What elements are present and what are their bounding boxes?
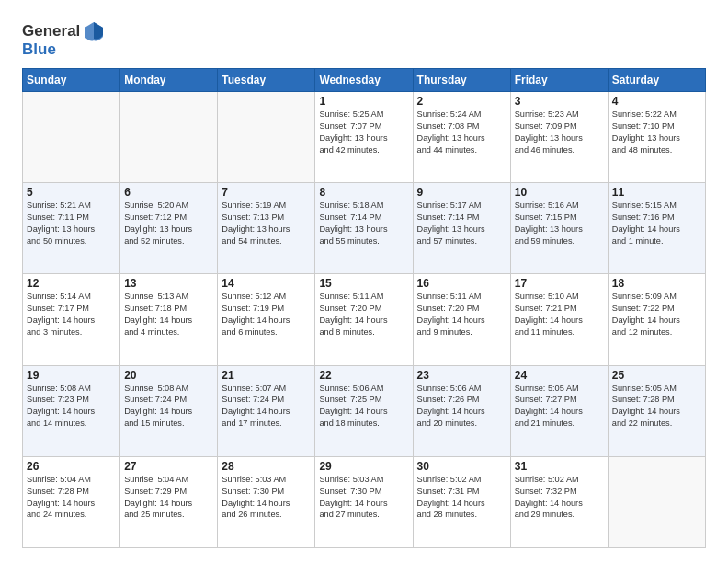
calendar-cell: 2Sunrise: 5:24 AMSunset: 7:08 PMDaylight…: [413, 92, 510, 183]
day-number: 20: [124, 369, 213, 382]
day-number: 10: [515, 186, 604, 199]
calendar-cell: 29Sunrise: 5:03 AMSunset: 7:30 PMDayligh…: [315, 456, 413, 547]
calendar-cell: 24Sunrise: 5:05 AMSunset: 7:27 PMDayligh…: [510, 365, 608, 456]
day-info: Sunrise: 5:12 AMSunset: 7:19 PMDaylight:…: [222, 291, 311, 339]
day-info: Sunrise: 5:19 AMSunset: 7:13 PMDaylight:…: [222, 200, 311, 247]
logo-blue: Blue: [22, 40, 56, 59]
day-info: Sunrise: 5:04 AMSunset: 7:28 PMDaylight:…: [27, 474, 116, 522]
calendar-cell: 21Sunrise: 5:07 AMSunset: 7:24 PMDayligh…: [218, 365, 315, 456]
day-number: 9: [417, 186, 506, 199]
calendar-cell: 31Sunrise: 5:02 AMSunset: 7:32 PMDayligh…: [510, 456, 608, 547]
day-number: 14: [222, 277, 311, 290]
day-info: Sunrise: 5:06 AMSunset: 7:26 PMDaylight:…: [417, 383, 506, 431]
day-info: Sunrise: 5:03 AMSunset: 7:30 PMDaylight:…: [222, 474, 311, 522]
day-number: 24: [515, 369, 604, 382]
day-number: 27: [124, 460, 213, 473]
day-number: 25: [612, 369, 701, 382]
day-number: 18: [612, 277, 701, 290]
day-number: 13: [124, 277, 213, 290]
calendar-cell: 6Sunrise: 5:20 AMSunset: 7:12 PMDaylight…: [120, 183, 218, 274]
day-info: Sunrise: 5:03 AMSunset: 7:30 PMDaylight:…: [319, 474, 408, 522]
day-number: 12: [27, 277, 116, 290]
calendar-cell: 27Sunrise: 5:04 AMSunset: 7:29 PMDayligh…: [120, 456, 218, 547]
day-info: Sunrise: 5:14 AMSunset: 7:17 PMDaylight:…: [27, 291, 116, 339]
calendar-week-row: 1Sunrise: 5:25 AMSunset: 7:07 PMDaylight…: [23, 92, 706, 183]
day-number: 5: [27, 186, 116, 199]
day-number: 16: [417, 277, 506, 290]
day-number: 2: [417, 95, 506, 108]
calendar-cell: [218, 92, 315, 183]
calendar-cell: 25Sunrise: 5:05 AMSunset: 7:28 PMDayligh…: [608, 365, 705, 456]
day-number: 19: [27, 369, 116, 382]
calendar-cell: 19Sunrise: 5:08 AMSunset: 7:23 PMDayligh…: [23, 365, 120, 456]
day-info: Sunrise: 5:16 AMSunset: 7:15 PMDaylight:…: [515, 200, 604, 247]
day-info: Sunrise: 5:02 AMSunset: 7:32 PMDaylight:…: [515, 474, 604, 522]
day-info: Sunrise: 5:07 AMSunset: 7:24 PMDaylight:…: [222, 383, 311, 431]
day-info: Sunrise: 5:06 AMSunset: 7:25 PMDaylight:…: [319, 383, 408, 431]
day-number: 23: [417, 369, 506, 382]
logo-general: General: [22, 22, 80, 40]
day-number: 15: [319, 277, 408, 290]
day-info: Sunrise: 5:18 AMSunset: 7:14 PMDaylight:…: [319, 200, 408, 247]
calendar-cell: 12Sunrise: 5:14 AMSunset: 7:17 PMDayligh…: [23, 274, 120, 365]
calendar-cell: 5Sunrise: 5:21 AMSunset: 7:11 PMDaylight…: [23, 183, 120, 274]
calendar-cell: 7Sunrise: 5:19 AMSunset: 7:13 PMDaylight…: [218, 183, 315, 274]
day-number: 26: [27, 460, 116, 473]
calendar-cell: 13Sunrise: 5:13 AMSunset: 7:18 PMDayligh…: [120, 274, 218, 365]
calendar-cell: 9Sunrise: 5:17 AMSunset: 7:14 PMDaylight…: [413, 183, 510, 274]
day-info: Sunrise: 5:08 AMSunset: 7:23 PMDaylight:…: [27, 383, 116, 431]
day-info: Sunrise: 5:09 AMSunset: 7:22 PMDaylight:…: [612, 291, 701, 339]
calendar-week-row: 12Sunrise: 5:14 AMSunset: 7:17 PMDayligh…: [23, 274, 706, 365]
day-number: 3: [515, 95, 604, 108]
calendar-cell: 23Sunrise: 5:06 AMSunset: 7:26 PMDayligh…: [413, 365, 510, 456]
calendar-cell: 22Sunrise: 5:06 AMSunset: 7:25 PMDayligh…: [315, 365, 413, 456]
day-number: 11: [612, 186, 701, 199]
calendar-cell: [608, 456, 705, 547]
day-number: 17: [515, 277, 604, 290]
day-number: 8: [319, 186, 408, 199]
day-info: Sunrise: 5:11 AMSunset: 7:20 PMDaylight:…: [417, 291, 506, 339]
day-info: Sunrise: 5:21 AMSunset: 7:11 PMDaylight:…: [27, 200, 116, 247]
col-header-monday: Monday: [120, 69, 218, 92]
col-header-friday: Friday: [510, 69, 608, 92]
calendar-header-row: SundayMondayTuesdayWednesdayThursdayFrid…: [23, 69, 706, 92]
day-number: 21: [222, 369, 311, 382]
calendar-cell: 16Sunrise: 5:11 AMSunset: 7:20 PMDayligh…: [413, 274, 510, 365]
day-number: 7: [222, 186, 311, 199]
calendar-cell: 15Sunrise: 5:11 AMSunset: 7:20 PMDayligh…: [315, 274, 413, 365]
logo-icon: [81, 18, 107, 44]
calendar-cell: 1Sunrise: 5:25 AMSunset: 7:07 PMDaylight…: [315, 92, 413, 183]
col-header-thursday: Thursday: [413, 69, 510, 92]
col-header-saturday: Saturday: [608, 69, 705, 92]
day-info: Sunrise: 5:08 AMSunset: 7:24 PMDaylight:…: [124, 383, 213, 431]
day-info: Sunrise: 5:25 AMSunset: 7:07 PMDaylight:…: [319, 109, 408, 156]
calendar-table: SundayMondayTuesdayWednesdayThursdayFrid…: [22, 68, 706, 548]
col-header-sunday: Sunday: [23, 69, 120, 92]
day-info: Sunrise: 5:10 AMSunset: 7:21 PMDaylight:…: [515, 291, 604, 339]
day-info: Sunrise: 5:05 AMSunset: 7:27 PMDaylight:…: [515, 383, 604, 431]
day-number: 29: [319, 460, 408, 473]
calendar-cell: 30Sunrise: 5:02 AMSunset: 7:31 PMDayligh…: [413, 456, 510, 547]
day-number: 6: [124, 186, 213, 199]
calendar-week-row: 19Sunrise: 5:08 AMSunset: 7:23 PMDayligh…: [23, 365, 706, 456]
logo: General Blue: [22, 18, 108, 59]
day-number: 22: [319, 369, 408, 382]
calendar-cell: 20Sunrise: 5:08 AMSunset: 7:24 PMDayligh…: [120, 365, 218, 456]
calendar-cell: [23, 92, 120, 183]
day-info: Sunrise: 5:04 AMSunset: 7:29 PMDaylight:…: [124, 474, 213, 522]
calendar-cell: 10Sunrise: 5:16 AMSunset: 7:15 PMDayligh…: [510, 183, 608, 274]
day-info: Sunrise: 5:13 AMSunset: 7:18 PMDaylight:…: [124, 291, 213, 339]
day-number: 4: [612, 95, 701, 108]
day-info: Sunrise: 5:17 AMSunset: 7:14 PMDaylight:…: [417, 200, 506, 247]
day-number: 28: [222, 460, 311, 473]
day-info: Sunrise: 5:24 AMSunset: 7:08 PMDaylight:…: [417, 109, 506, 156]
day-info: Sunrise: 5:11 AMSunset: 7:20 PMDaylight:…: [319, 291, 408, 339]
calendar-cell: 4Sunrise: 5:22 AMSunset: 7:10 PMDaylight…: [608, 92, 705, 183]
day-info: Sunrise: 5:15 AMSunset: 7:16 PMDaylight:…: [612, 200, 701, 247]
day-number: 31: [515, 460, 604, 473]
calendar-cell: 11Sunrise: 5:15 AMSunset: 7:16 PMDayligh…: [608, 183, 705, 274]
day-info: Sunrise: 5:20 AMSunset: 7:12 PMDaylight:…: [124, 200, 213, 247]
calendar-cell: 14Sunrise: 5:12 AMSunset: 7:19 PMDayligh…: [218, 274, 315, 365]
calendar-week-row: 26Sunrise: 5:04 AMSunset: 7:28 PMDayligh…: [23, 456, 706, 547]
calendar-cell: 17Sunrise: 5:10 AMSunset: 7:21 PMDayligh…: [510, 274, 608, 365]
